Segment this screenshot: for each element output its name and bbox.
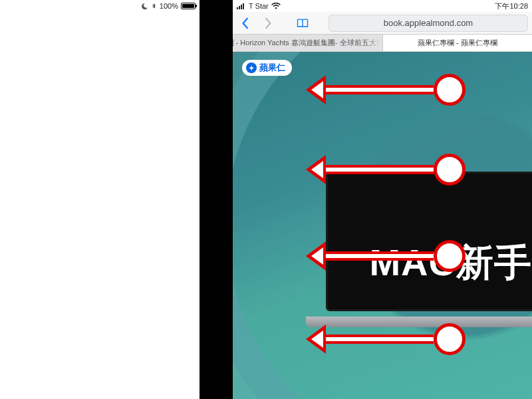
right-status-bar: T Star 下午10:28: [233, 0, 532, 12]
wifi-icon: [271, 3, 281, 9]
svg-rect-1: [239, 6, 240, 9]
split-view-stage: 100% T Star 下午10:28: [0, 0, 532, 399]
tab-label: 蘋果仁專欄 - 蘋果仁專欄: [418, 38, 497, 48]
tab-label: FD系列 - Horizon Yachts 嘉鴻遊艇集團- 全球前五大客製化…: [233, 38, 383, 48]
do-not-disturb-icon: [141, 3, 148, 10]
bookmarks-button[interactable]: [294, 15, 311, 32]
tab-strip: FD系列 - Horizon Yachts 嘉鴻遊艇集團- 全球前五大客製化… …: [233, 35, 532, 52]
back-button[interactable]: [237, 15, 254, 32]
forward-button[interactable]: [259, 15, 277, 32]
tab-0[interactable]: FD系列 - Horizon Yachts 嘉鴻遊艇集團- 全球前五大客製化…: [233, 35, 383, 51]
clock-label: 下午10:28: [495, 1, 528, 11]
site-logo[interactable]: ✦ 蘋果仁: [242, 60, 292, 76]
url-bar[interactable]: book.applealmond.com: [329, 15, 528, 32]
apple-logo-icon: ✦: [246, 63, 257, 73]
url-text: book.applealmond.com: [384, 18, 473, 28]
hero-title: MAC新手: [369, 238, 532, 289]
svg-rect-3: [243, 3, 244, 9]
signal-bars-icon: [237, 3, 246, 9]
carrier-label: T Star: [249, 2, 269, 10]
page-viewport[interactable]: ✦ 蘋果仁 MAC新手: [233, 52, 532, 399]
svg-rect-0: [237, 7, 238, 9]
status-right-cluster: 下午10:28: [495, 1, 528, 11]
site-logo-text: 蘋果仁: [259, 62, 285, 74]
left-app-pane: 100%: [0, 0, 200, 399]
browser-toolbar: book.applealmond.com: [233, 12, 532, 35]
left-status-bar: 100%: [0, 0, 200, 12]
battery-percent-label: 100%: [160, 2, 178, 10]
battery-icon: [181, 3, 196, 9]
tab-1[interactable]: 蘋果仁專欄 - 蘋果仁專欄: [383, 35, 533, 51]
svg-rect-2: [241, 5, 242, 9]
bluetooth-icon: [151, 2, 157, 10]
safari-pane: T Star 下午10:28 book.applealmond.c: [233, 0, 532, 399]
status-left-cluster: T Star: [237, 2, 281, 10]
